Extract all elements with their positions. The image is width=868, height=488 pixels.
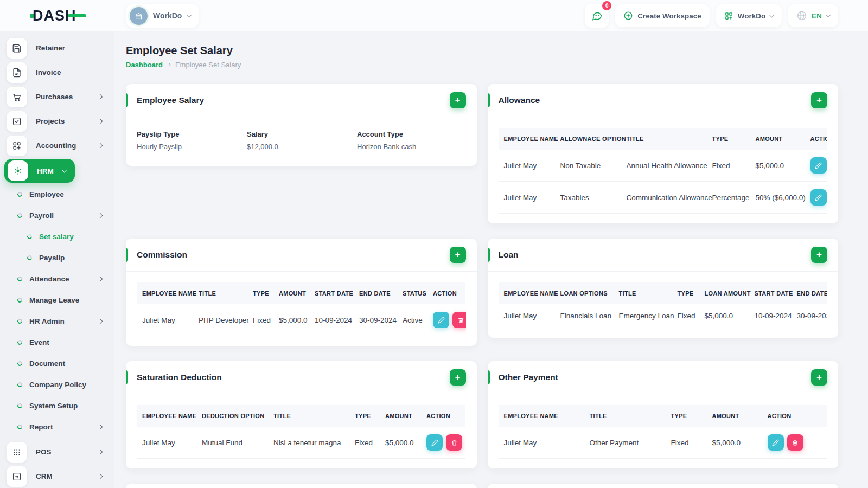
col-header: LOAN OPTIONS xyxy=(555,282,614,304)
delete-button[interactable] xyxy=(452,312,466,328)
sidebar-item-employee[interactable]: Employee xyxy=(0,184,114,205)
col-header: TYPE xyxy=(672,282,699,304)
overtime-card: Overtime xyxy=(126,484,477,488)
col-header: TYPE xyxy=(707,128,750,150)
sidebar-item-system-setup[interactable]: System Setup xyxy=(0,395,114,416)
sidebar-item-label: Report xyxy=(29,423,91,431)
cell-end-date: 30-09-2024 xyxy=(354,304,397,336)
pencil-icon xyxy=(431,439,438,446)
table-wrapper: EMPLOYEE NAME TITLE TYPE AMOUNT ACTION J… xyxy=(499,405,828,459)
card-title: Employee Salary xyxy=(137,95,204,105)
sidebar-item-label: POS xyxy=(36,448,90,456)
workdo-menu-button[interactable]: WorkDo xyxy=(716,4,782,27)
add-commission-button[interactable] xyxy=(450,247,466,263)
add-employee-salary-button[interactable] xyxy=(450,92,466,108)
add-loan-button[interactable] xyxy=(811,247,827,263)
table-row: Juliet May Mutual Fund Nisi a tenetur ma… xyxy=(137,427,465,459)
grid-dots-icon xyxy=(7,442,27,463)
accent-bar xyxy=(126,93,128,107)
cell-employee: Juliet May xyxy=(499,182,555,214)
col-header: EMPLOYEE NAME xyxy=(137,282,193,304)
language-label: EN xyxy=(812,12,822,20)
messages-button[interactable]: 0 xyxy=(585,4,609,28)
sidebar-item-document[interactable]: Document xyxy=(0,353,114,374)
bullet-icon xyxy=(17,403,23,409)
table-wrapper: EMPLOYEE NAME TITLE TYPE AMOUNT START DA… xyxy=(137,282,466,336)
card-title: Allowance xyxy=(499,95,540,105)
edit-button[interactable] xyxy=(768,434,784,451)
sidebar-item-event[interactable]: Event xyxy=(0,332,114,353)
sidebar-item-set-salary[interactable]: Set salary xyxy=(0,226,114,247)
col-header: AMOUNT xyxy=(750,128,805,150)
sidebar-item-payroll[interactable]: Payroll xyxy=(0,205,114,226)
sidebar-item-hrm[interactable]: HRM xyxy=(4,159,75,183)
add-other-payment-button[interactable] xyxy=(811,369,827,386)
edit-button[interactable] xyxy=(433,312,449,328)
plus-icon xyxy=(455,95,461,105)
col-header: TITLE xyxy=(584,405,666,427)
sidebar-item-purchases[interactable]: Purchases xyxy=(0,85,114,109)
table-wrapper: EMPLOYEE NAME ALLOWNACE OPTION TITLE TYP… xyxy=(499,128,828,214)
cell-title: Emergency Loan xyxy=(614,304,672,328)
pencil-icon xyxy=(815,194,822,201)
other-payment-table: EMPLOYEE NAME TITLE TYPE AMOUNT ACTION J… xyxy=(499,405,827,459)
card-header: Employee Salary xyxy=(126,84,477,117)
language-button[interactable]: EN xyxy=(788,4,838,27)
sidebar-item-invoice[interactable]: Invoice xyxy=(0,60,114,85)
cell-employee: Juliet May xyxy=(499,427,584,459)
edit-button[interactable] xyxy=(426,434,443,451)
sidebar-item-company-policy[interactable]: Company Policy xyxy=(0,374,114,395)
cell-amount: $5,000.0 xyxy=(699,304,749,328)
sidebar-item-label: Set salary xyxy=(39,233,102,241)
cell-title: Communication Allowance xyxy=(621,182,707,214)
add-deduction-button[interactable] xyxy=(450,369,466,386)
plus-icon xyxy=(816,250,822,259)
plus-icon xyxy=(816,373,822,382)
breadcrumb-dashboard-link[interactable]: Dashboard xyxy=(126,61,163,69)
add-allowance-button[interactable] xyxy=(811,92,827,108)
col-header: TITLE xyxy=(193,282,247,304)
sidebar-item-crm[interactable]: CRM xyxy=(0,464,114,488)
delete-button[interactable] xyxy=(787,434,803,451)
cell-type: Percentage xyxy=(707,182,750,214)
breadcrumb: Dashboard Employee Set Salary xyxy=(126,61,838,69)
sidebar-item-pos[interactable]: POS xyxy=(0,440,114,464)
crm-icon xyxy=(7,466,27,487)
plus-circle-icon xyxy=(623,11,633,21)
sidebar-item-payslip[interactable]: Payslip xyxy=(0,247,114,268)
col-header: ACTION xyxy=(421,405,465,427)
delete-button[interactable] xyxy=(446,434,462,451)
card-title: Saturation Deduction xyxy=(137,373,222,382)
col-header: ACTION xyxy=(805,128,828,150)
sidebar-item-report[interactable]: Report xyxy=(0,416,114,438)
sidebar-item-projects[interactable]: Projects xyxy=(0,109,114,133)
create-workspace-button[interactable]: Create Workspace xyxy=(615,4,710,27)
sidebar-item-label: Manage Leave xyxy=(29,296,102,304)
workspace-switcher[interactable]: WorkDo xyxy=(126,4,199,28)
sidebar-item-label: CRM xyxy=(36,472,90,480)
sidebar-item-label: Event xyxy=(29,338,102,346)
sidebar-item-label: Purchases xyxy=(36,93,90,101)
edit-button[interactable] xyxy=(810,189,827,206)
sidebar-item-hr-admin[interactable]: HR Admin xyxy=(0,311,114,332)
employee-salary-card: Employee Salary Payslip Type Hourly Pays… xyxy=(126,84,477,166)
loan-card: Loan EMPLOYEE NAME LOAN OPTIONS TITLE TY… xyxy=(488,239,839,338)
col-header: TYPE xyxy=(247,282,273,304)
field-payslip-type: Payslip Type Hourly Payslip xyxy=(137,130,247,151)
sidebar-item-retainer[interactable]: Retainer xyxy=(0,36,114,60)
table-row: Juliet May Financials Loan Emergency Loa… xyxy=(499,304,828,328)
bullet-icon xyxy=(27,234,33,240)
cell-type: Fixed xyxy=(707,150,750,182)
sidebar-item-attendance[interactable]: Attendance xyxy=(0,268,114,290)
cell-title: Annual Health Allowance xyxy=(621,150,707,182)
sidebar-item-label: System Setup xyxy=(29,402,102,410)
sidebar-item-accounting[interactable]: Accounting xyxy=(0,133,114,158)
cell-type: Fixed xyxy=(672,304,699,328)
edit-button[interactable] xyxy=(810,157,827,174)
cell-option: Taxables xyxy=(555,182,621,214)
field-label: Account Type xyxy=(357,130,466,138)
cell-employee: Juliet May xyxy=(499,150,555,182)
sidebar-item-manage-leave[interactable]: Manage Leave xyxy=(0,290,114,311)
bullet-icon xyxy=(17,276,23,282)
bullet-icon xyxy=(17,318,23,325)
